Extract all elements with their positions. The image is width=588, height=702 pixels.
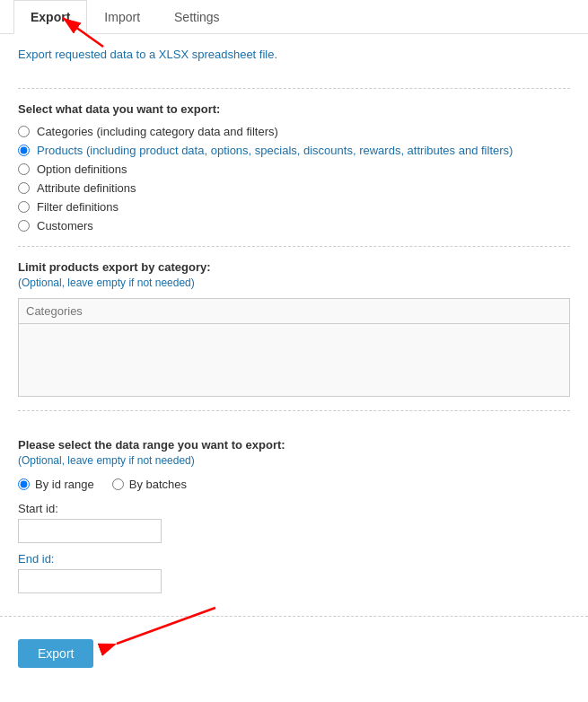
footer-section: Export [0,630,588,681]
start-id-input[interactable] [18,519,162,543]
tab-settings[interactable]: Settings [157,0,237,34]
radio-by-batches[interactable] [112,478,124,490]
option-attribute-defs: Attribute definitions [18,181,570,195]
label-by-batches[interactable]: By batches [129,478,187,491]
option-option-defs: Option definitions [18,162,570,176]
label-option-definitions[interactable]: Option definitions [37,162,127,176]
radio-by-id-range[interactable] [18,478,30,490]
description-text: Export requested data to a XLSX spreadsh… [18,48,570,61]
data-range-label: Please select the data range you want to… [18,438,570,452]
label-attribute-definitions[interactable]: Attribute definitions [37,181,136,195]
limit-sublabel: (Optional, leave empty if not needed) [18,276,570,289]
label-categories[interactable]: Categories (including category data and … [37,125,278,138]
categories-list-area [19,324,569,396]
tab-import[interactable]: Import [87,0,157,34]
limit-section: Limit products export by category: (Opti… [18,260,570,411]
label-by-id-range[interactable]: By id range [35,478,94,491]
tab-bar: Export Import Settings [0,0,588,34]
start-id-label: Start id: [18,502,570,515]
range-radio-group: By id range By batches [18,478,570,491]
categories-input[interactable] [19,299,569,324]
categories-input-wrapper [18,298,570,397]
label-filter-definitions[interactable]: Filter definitions [37,200,118,214]
export-button[interactable]: Export [18,639,93,668]
radio-products[interactable] [18,145,30,156]
option-customers: Customers [18,219,570,233]
tab-area: Export Import Settings [0,0,588,34]
end-id-input[interactable] [18,569,162,593]
export-options-label: Select what data you want to export: [18,102,570,116]
description-section: Export requested data to a XLSX spreadsh… [18,48,570,89]
radio-attribute-definitions[interactable] [18,182,30,194]
radio-customers[interactable] [18,220,30,232]
radio-option-definitions[interactable] [18,163,30,175]
export-options-section: Select what data you want to export: Cat… [18,102,570,247]
main-content: Export requested data to a XLSX spreadsh… [0,34,588,425]
limit-label: Limit products export by category: [18,260,570,274]
label-customers[interactable]: Customers [37,219,93,233]
data-range-sublabel: (Optional, leave empty if not needed) [18,454,570,467]
option-filter-defs: Filter definitions [18,200,570,214]
end-id-group: End id: [18,552,570,593]
option-products: Products (including product data, option… [18,144,570,157]
range-option-batches: By batches [112,478,187,491]
radio-categories[interactable] [18,126,30,137]
radio-filter-definitions[interactable] [18,201,30,213]
data-range-section: Please select the data range you want to… [0,425,588,617]
range-option-id: By id range [18,478,94,491]
option-categories: Categories (including category data and … [18,125,570,138]
label-products[interactable]: Products (including product data, option… [37,144,513,157]
end-id-label: End id: [18,552,570,566]
start-id-group: Start id: [18,502,570,543]
tab-export[interactable]: Export [13,0,87,34]
export-options-group: Categories (including category data and … [18,125,570,233]
